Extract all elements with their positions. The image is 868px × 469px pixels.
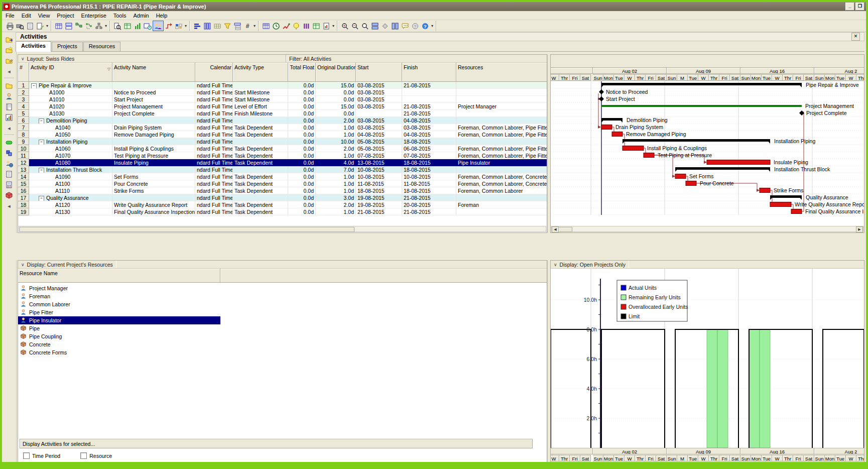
layout-options-bar[interactable]: ∨ Layout: Swiss Rides Filter: All Activi… [18, 55, 547, 63]
vertical-split-icon[interactable] [390, 21, 400, 31]
gantt-bar-task[interactable]: Test Piping at Pressure [644, 152, 712, 158]
resource-row[interactable]: Pipe Insulator [18, 316, 220, 324]
gantt-bar-milestone[interactable]: Notice to Proceed [599, 89, 648, 95]
table-row[interactable]: 19A1130Final Quality Assurance Inspectio… [18, 208, 547, 215]
activity-codes-icon[interactable] [174, 21, 184, 31]
column-header-resources[interactable]: Resources [456, 63, 547, 82]
menu-admin[interactable]: Admin [130, 12, 152, 19]
table-row[interactable]: 6−Demolition Pipingndard Full Time0.0d2.… [18, 117, 547, 124]
collapse-icon[interactable]: − [39, 140, 44, 145]
table-row[interactable]: 15A1100Pour Concretendard Full TimeTask … [18, 180, 547, 187]
table-row[interactable]: 9−Installation Pipingndard Full Time0.0d… [18, 138, 547, 145]
timescale-icon[interactable] [212, 21, 222, 31]
columns-icon[interactable] [202, 21, 212, 31]
menu-edit[interactable]: Edit [18, 12, 35, 19]
filter-bar-segment[interactable]: Filter: All Activities [286, 55, 547, 62]
toolbar-overflow-icon[interactable]: ▾ [45, 24, 49, 28]
column-header-start[interactable]: Start [356, 63, 402, 82]
minimize-button[interactable]: _ [845, 3, 854, 11]
checkbox-time-period[interactable]: Time Period [23, 452, 60, 459]
search-icon[interactable] [112, 21, 122, 31]
layout-bar-segment[interactable]: ∨ Layout: Swiss Rides [18, 55, 286, 62]
collapse-icon[interactable]: − [31, 83, 37, 89]
gantt-bar-summary[interactable]: Quality Assurance [770, 194, 848, 200]
group-sort-icon[interactable] [232, 21, 242, 31]
level-resources-icon[interactable] [281, 21, 291, 31]
resource-row[interactable]: Pipe [18, 324, 547, 332]
empty-column-header[interactable] [220, 269, 547, 283]
tracking-icon[interactable] [311, 21, 321, 31]
title-bar[interactable]: Primavera P6 Professional R15.1 : PIPE R… [2, 2, 866, 11]
print-preview-icon[interactable] [15, 21, 25, 31]
status-icon[interactable]: ? [410, 21, 420, 31]
table-row[interactable]: 14A1090Set Formsndard Full TimeTask Depe… [18, 173, 547, 180]
zoom-out-icon[interactable] [350, 21, 360, 31]
table-row[interactable]: 2A1000Notice to Proceedndard Full TimeSt… [18, 89, 547, 96]
gantt-bar-task[interactable]: Set Forms [675, 173, 713, 179]
table-row[interactable]: 13−Installation Thrust Blockndard Full T… [18, 166, 547, 173]
column-header-total-float[interactable]: Total Float [288, 63, 316, 82]
histogram-timescale[interactable]: Aug 02Aug 09Aug 16Aug 2WThrFriSatSunMonT… [551, 448, 864, 462]
expenses-icon[interactable] [4, 180, 14, 189]
bars-icon[interactable] [192, 21, 202, 31]
gantt-bar-milestone[interactable]: Start Project [599, 96, 635, 102]
horizontal-split-icon[interactable] [370, 21, 380, 31]
trace-logic-icon[interactable] [84, 21, 94, 31]
progress-icon[interactable] [301, 21, 311, 31]
spreadsheet-view-icon[interactable] [54, 21, 64, 31]
data-date-icon[interactable] [380, 21, 390, 31]
collapse-icon[interactable]: − [39, 168, 44, 173]
new-project-icon[interactable] [4, 45, 14, 55]
collapse-icon[interactable]: ◂ [4, 201, 14, 210]
gantt-bar-task[interactable]: Drain Piping System [601, 124, 663, 130]
menu-file[interactable]: File [2, 12, 18, 19]
gantt-bar-summary[interactable]: Installation Piping [623, 138, 815, 144]
collapse-icon[interactable]: − [39, 196, 44, 201]
tab-activities[interactable]: Activities [16, 41, 51, 52]
table-row[interactable]: 16A1110Strike Formsndard Full TimeTask D… [18, 187, 547, 194]
table-row[interactable]: 11A1070Test Piping at Pressurendard Full… [18, 152, 547, 159]
menu-enterprise[interactable]: Enterprise [78, 12, 110, 19]
collapse-icon[interactable]: − [39, 119, 44, 124]
gantt-bar-task[interactable]: Install Piping & Couplings [623, 145, 707, 151]
notebook-icon[interactable] [400, 21, 410, 31]
documents-icon[interactable] [4, 169, 14, 179]
resource-row[interactable]: Common Laborer [18, 300, 547, 308]
column-header-activity-name[interactable]: Activity Name [112, 63, 195, 82]
activities-window-icon[interactable] [153, 21, 164, 31]
table-row[interactable]: 12A1080Insulate Pipingndard Full TimeTas… [18, 159, 547, 166]
reports-icon[interactable] [4, 102, 14, 111]
horizontal-splitter[interactable] [16, 233, 864, 260]
zoom-in-icon[interactable] [340, 21, 350, 31]
menu-project[interactable]: Project [53, 12, 77, 19]
resource-row[interactable]: Pipe Coupling [18, 332, 547, 340]
resource-usage-icon[interactable] [261, 21, 271, 31]
column-header-finish[interactable]: Finish [402, 63, 456, 82]
wbs-chart-icon[interactable] [94, 21, 104, 31]
resources-display-bar[interactable]: ∨ Display: Current Project's Resources [18, 261, 547, 269]
table-row[interactable]: 18A1120Write Quality Assurance Reportnda… [18, 201, 547, 208]
resource-name-column-header[interactable]: Resource Name [18, 269, 220, 283]
table-row[interactable]: 10A1060Install Piping & Couplingsndard F… [18, 145, 547, 152]
import-icon[interactable] [4, 56, 14, 65]
schedule-icon[interactable] [271, 21, 281, 31]
gantt-bar-task[interactable]: Strike Forms [760, 187, 804, 193]
collapse-icon[interactable]: ◂ [4, 66, 14, 76]
gantt-bar-summary[interactable]: Pipe Repair & Improve [601, 82, 859, 88]
gantt-hscrollbar[interactable]: ◀ ▶ [551, 226, 863, 232]
gantt-bar-task[interactable]: Pour Concrete [686, 180, 734, 186]
assign-resources-icon[interactable] [291, 21, 301, 31]
gantt-timescale[interactable]: Aug 02Aug 09Aug 16Aug 2WThrFriSatSunMonT… [551, 67, 864, 81]
close-icon[interactable]: ✕ [851, 33, 860, 41]
activity-network-icon[interactable] [74, 21, 84, 31]
resources-icon[interactable] [4, 91, 14, 101]
tab-projects[interactable]: Projects [52, 42, 83, 51]
tracking-icon[interactable] [4, 112, 14, 122]
table-row[interactable]: 5A1030Project Completendard Full TimeFin… [18, 110, 547, 117]
print-icon[interactable] [5, 21, 15, 31]
gantt-bar-task[interactable]: Insulate Piping [707, 159, 808, 165]
risks-icon[interactable] [4, 190, 14, 200]
column-header-activity-type[interactable]: Activity Type [233, 63, 288, 82]
activities-icon[interactable] [4, 138, 14, 147]
help-icon[interactable]: ? [420, 21, 430, 31]
